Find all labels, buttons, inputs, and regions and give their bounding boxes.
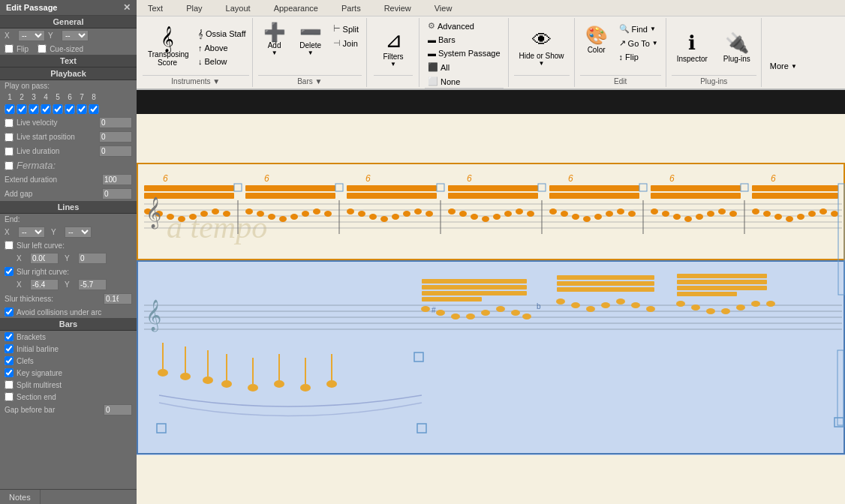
svg-point-55 bbox=[516, 208, 523, 214]
find-button[interactable]: 🔍 Find ▼ bbox=[616, 22, 661, 35]
split-button[interactable]: ⊢ Split bbox=[330, 22, 362, 35]
add-gap-row: Add gap bbox=[0, 187, 137, 201]
x-dropdown[interactable]: -- bbox=[18, 30, 45, 41]
color-button[interactable]: 🎨 Color bbox=[580, 21, 613, 58]
extend-duration-input[interactable] bbox=[102, 174, 132, 185]
live-duration-checkbox[interactable] bbox=[5, 147, 14, 156]
delete-icon: ➖ bbox=[299, 23, 322, 41]
tab-view[interactable]: View bbox=[423, 0, 464, 16]
advanced-icon: ⚙ bbox=[428, 21, 435, 31]
pass-check-7[interactable] bbox=[77, 104, 87, 114]
pass-check-6[interactable] bbox=[65, 104, 75, 114]
system-passage-button[interactable]: ▬ System Passage bbox=[425, 47, 504, 59]
slur-right-x[interactable] bbox=[30, 279, 59, 290]
pass-check-1[interactable] bbox=[5, 104, 15, 114]
svg-point-60 bbox=[561, 211, 568, 217]
above-button[interactable]: ↑ Above bbox=[195, 42, 249, 54]
pass-check-5[interactable] bbox=[53, 104, 63, 114]
below-button[interactable]: ↓ Below bbox=[195, 56, 249, 68]
ossia-staff-button[interactable]: 𝄞 Ossia Staff bbox=[195, 28, 249, 40]
lines-section[interactable]: Lines bbox=[0, 201, 137, 214]
inspector-button[interactable]: ℹ Inspector bbox=[672, 28, 713, 67]
join-icon: ⊣ bbox=[333, 38, 341, 48]
clefs-checkbox[interactable] bbox=[5, 356, 14, 365]
hide-show-icon: 👁 bbox=[532, 28, 552, 52]
ossia-icon: 𝄞 bbox=[198, 29, 203, 39]
slur-right-checkbox[interactable] bbox=[5, 267, 14, 276]
xy-row: X -- Y -- bbox=[0, 28, 137, 43]
select-options: ⚙ Advanced ▬ Bars ▬ System Passage ⬛ All… bbox=[425, 20, 504, 88]
none-button[interactable]: ⬜ None bbox=[425, 75, 504, 88]
avoid-collisions-checkbox[interactable] bbox=[5, 308, 14, 316]
svg-point-73 bbox=[696, 214, 703, 220]
expand-instruments-icon[interactable]: ▼ bbox=[212, 77, 220, 86]
live-start-input[interactable] bbox=[99, 131, 132, 142]
live-velocity-input[interactable] bbox=[99, 117, 132, 128]
add-button[interactable]: ➕ Add ▼ bbox=[258, 20, 291, 60]
plugins-button[interactable]: 🔌 Plug-ins bbox=[717, 28, 756, 67]
pass-num-1: 1 bbox=[5, 93, 15, 101]
pass-check-3[interactable] bbox=[29, 104, 39, 114]
section-end-row: Section end bbox=[0, 391, 137, 403]
advanced-button[interactable]: ⚙ Advanced bbox=[425, 20, 504, 32]
cue-sized-checkbox[interactable] bbox=[38, 44, 47, 53]
transposing-score-button[interactable]: 𝄞 Transposing Score bbox=[143, 24, 192, 70]
svg-point-159 bbox=[326, 380, 337, 388]
slur-thickness-input[interactable] bbox=[104, 293, 132, 304]
gap-before-bar-input[interactable] bbox=[104, 404, 132, 416]
general-section[interactable]: General bbox=[0, 16, 137, 28]
x-end-dropdown[interactable]: -- bbox=[18, 226, 45, 238]
svg-point-62 bbox=[583, 216, 591, 222]
flip-button[interactable]: ↕ Flip bbox=[616, 51, 661, 63]
expand-bars-icon[interactable]: ▼ bbox=[315, 77, 323, 86]
score-content[interactable]: a tempo 6 6 6 6 6 6 6 bbox=[137, 114, 845, 504]
slur-left-x[interactable] bbox=[30, 253, 59, 264]
brackets-checkbox[interactable] bbox=[5, 332, 14, 341]
live-duration-label: Live duration bbox=[17, 147, 96, 155]
tab-text[interactable]: Text bbox=[137, 0, 174, 16]
slur-right-y[interactable] bbox=[78, 279, 107, 290]
notes-tab[interactable]: Notes bbox=[0, 490, 41, 504]
add-gap-input[interactable] bbox=[102, 188, 132, 200]
fermata-checkbox[interactable] bbox=[5, 161, 14, 170]
text-section[interactable]: Text bbox=[0, 55, 137, 68]
flip-checkbox[interactable] bbox=[5, 44, 14, 53]
svg-point-22 bbox=[178, 216, 185, 222]
slur-left-checkbox[interactable] bbox=[5, 241, 14, 250]
slur-left-y[interactable] bbox=[78, 253, 107, 264]
playback-section[interactable]: Playback bbox=[0, 68, 137, 80]
svg-point-31 bbox=[268, 214, 275, 220]
join-button[interactable]: ⊣ Join bbox=[330, 37, 362, 50]
goto-button[interactable]: ↗ Go To ▼ bbox=[616, 37, 661, 50]
pass-check-2[interactable] bbox=[17, 104, 27, 114]
svg-point-115 bbox=[421, 306, 430, 312]
split-multirest-checkbox[interactable] bbox=[5, 380, 14, 389]
tab-play[interactable]: Play bbox=[175, 0, 213, 16]
hide-show-button[interactable]: 👁 Hide or Show ▼ bbox=[514, 25, 570, 70]
svg-rect-38 bbox=[347, 193, 437, 199]
filters-dropdown-arrow: ▼ bbox=[390, 61, 396, 68]
bars-select-button[interactable]: ▬ Bars bbox=[425, 34, 504, 46]
live-start-checkbox[interactable] bbox=[5, 133, 14, 142]
initial-barline-checkbox[interactable] bbox=[5, 344, 14, 353]
tab-review[interactable]: Review bbox=[373, 0, 422, 16]
pass-check-4[interactable] bbox=[41, 104, 51, 114]
filters-button[interactable]: ⊿ Filters ▼ bbox=[374, 24, 413, 71]
more-button[interactable]: More ▼ bbox=[767, 60, 800, 72]
live-duration-input[interactable] bbox=[99, 146, 132, 157]
tab-layout[interactable]: Layout bbox=[215, 0, 262, 16]
tab-parts[interactable]: Parts bbox=[330, 0, 372, 16]
bars-section-label[interactable]: Bars bbox=[0, 318, 137, 331]
key-sig-checkbox[interactable] bbox=[5, 368, 14, 377]
x-label: X bbox=[5, 32, 15, 40]
delete-button[interactable]: ➖ Delete ▼ bbox=[294, 20, 327, 60]
y-dropdown[interactable]: -- bbox=[62, 30, 89, 41]
svg-rect-77 bbox=[752, 185, 838, 191]
all-button[interactable]: ⬛ All bbox=[425, 61, 504, 74]
tab-appearance[interactable]: Appearance bbox=[263, 0, 329, 16]
close-icon[interactable]: ✕ bbox=[123, 2, 131, 13]
y-end-dropdown[interactable]: -- bbox=[65, 226, 92, 238]
pass-check-8[interactable] bbox=[89, 104, 99, 114]
live-velocity-checkbox[interactable] bbox=[5, 118, 14, 128]
section-end-checkbox[interactable] bbox=[5, 392, 14, 401]
